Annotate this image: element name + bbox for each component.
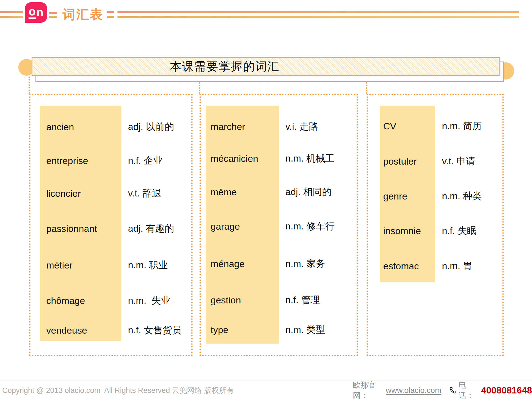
french-word: insomnie: [383, 226, 421, 236]
french-word: genre: [383, 191, 407, 202]
phone-icon: [449, 386, 457, 395]
phone-label: 电话：: [459, 380, 479, 399]
french-word: vendeuse: [46, 325, 87, 336]
word-meaning: n.f. 女售货员: [128, 324, 181, 337]
word-meaning: n.m. 类型: [285, 323, 325, 336]
dotted-connector-2: [199, 82, 200, 94]
vocab-column-1: ancien adj. 以前的 entreprise n.f. 企业 licen…: [29, 94, 193, 356]
vocab-column-3: CV n.m. 简历 postuler v.t. 申请 genre n.m. 种…: [367, 94, 504, 356]
word-meaning: n.m. 失业: [128, 294, 170, 307]
header-dash2-bottom: [107, 16, 114, 18]
french-word: mécanicien: [211, 153, 258, 164]
word-meaning: v.i. 走路: [285, 120, 318, 133]
copyright-text: Copyright @ 2013 olacio.com All Rights R…: [2, 385, 234, 395]
vocab-column-2: marcher v.i. 走路 mécanicien n.m. 机械工 même…: [200, 94, 358, 356]
word-meaning: adj. 相同的: [285, 186, 331, 198]
french-word: postuler: [383, 156, 417, 167]
word-meaning: adj. 以前的: [128, 121, 174, 133]
site-label: 欧那官网：: [353, 380, 386, 399]
word-meaning: n.f. 管理: [285, 294, 320, 306]
french-word: licencier: [46, 188, 81, 199]
word-meaning: n.m. 家务: [285, 257, 325, 270]
header-dash-top: [49, 12, 57, 14]
french-word: estomac: [383, 261, 419, 272]
french-word: métier: [46, 260, 72, 271]
french-word: passionnant: [46, 223, 97, 234]
word-meaning: n.f. 企业: [128, 154, 163, 167]
french-word: même: [211, 187, 237, 198]
french-word: ménage: [211, 259, 245, 269]
logo-letter-o: o: [29, 6, 36, 19]
logo-letter-n: n: [36, 7, 44, 18]
word-meaning: v.t. 辞退: [128, 187, 161, 200]
dotted-connector-3: [366, 82, 367, 94]
word-meaning: adj. 有趣的: [128, 222, 174, 235]
french-word: ancien: [46, 122, 74, 132]
french-word: type: [211, 324, 228, 335]
page-title: 词汇表: [63, 6, 103, 23]
slide-page: o n 词汇表 本课需要掌握的词汇 ancien adj. 以前的 entrep…: [0, 0, 532, 399]
word-meaning: n.m. 修车行: [285, 220, 335, 233]
dotted-connector-1: [29, 76, 30, 94]
footer-contact: 欧那官网： www.olacio.com 电话： 4008081648: [353, 380, 532, 399]
word-meaning: n.f. 失眠: [442, 224, 477, 237]
banner-title: 本课需要掌握的词汇: [170, 59, 280, 74]
french-word: entreprise: [46, 155, 88, 166]
word-meaning: n.m. 机械工: [285, 152, 335, 165]
french-word: garage: [211, 221, 240, 232]
olacio-logo: o n: [25, 2, 47, 23]
french-word: gestion: [211, 295, 241, 306]
french-word: chômage: [46, 295, 85, 306]
header-stripe-left-bottom: [0, 16, 23, 18]
banner: 本课需要掌握的词汇: [32, 57, 500, 76]
site-url-link[interactable]: www.olacio.com: [386, 386, 441, 395]
french-word: marcher: [211, 121, 245, 132]
word-meaning: n.m. 职业: [128, 259, 168, 272]
header-stripe-left-top: [0, 11, 23, 13]
word-meaning: n.m. 简历: [442, 120, 482, 132]
header-dash2-top: [107, 11, 114, 13]
word-meaning: n.m. 种类: [442, 190, 482, 203]
phone-number: 4008081648: [481, 385, 532, 396]
word-meaning: v.t. 申请: [442, 155, 475, 168]
french-word: CV: [383, 121, 396, 132]
header-dash-bottom: [49, 16, 57, 18]
word-meaning: n.m. 胃: [442, 260, 472, 272]
header-stripe-right-bottom: [117, 16, 519, 18]
header-stripe-right-top: [117, 11, 519, 13]
